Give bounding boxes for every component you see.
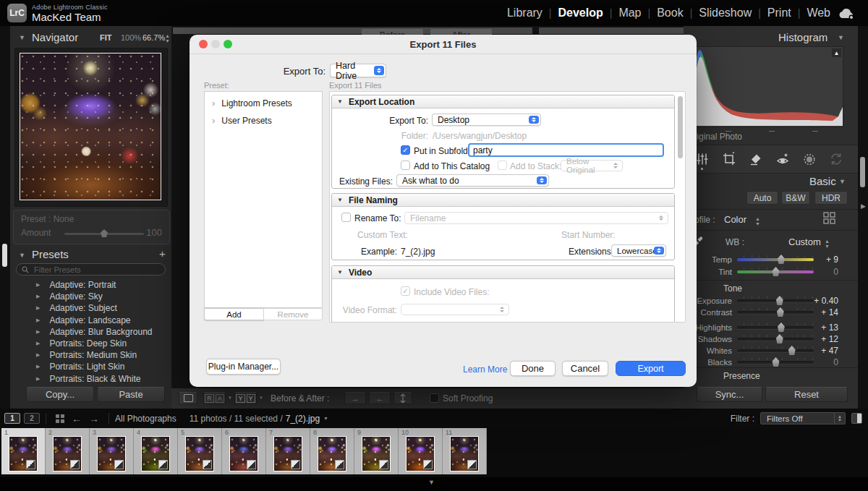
module-print[interactable]: Print bbox=[767, 7, 791, 20]
second-window-button[interactable]: 2 bbox=[24, 413, 40, 424]
rename-template-dropdown[interactable]: Filename bbox=[404, 212, 668, 224]
bw-button[interactable]: B&W bbox=[781, 191, 810, 205]
reset-button[interactable]: Reset bbox=[765, 387, 848, 402]
tree-item-lightroom-presets[interactable]: ›Lightroom Presets bbox=[205, 95, 322, 112]
collapse-triangle-icon[interactable]: ▼ bbox=[839, 178, 846, 185]
section-collapse-icon[interactable]: ▼ bbox=[337, 98, 343, 105]
panel-collapse-arrow-icon[interactable]: ▶ bbox=[861, 202, 866, 210]
nav-zoom-level[interactable]: 66.7% bbox=[142, 33, 165, 42]
remove-preset-button[interactable]: Remove bbox=[263, 308, 323, 320]
loupe-view-button[interactable] bbox=[179, 392, 197, 404]
expand-icon[interactable]: ▶ bbox=[36, 294, 40, 299]
preset-item[interactable]: ▶Adaptive: Subject bbox=[10, 302, 171, 314]
rename-to-checkbox[interactable] bbox=[341, 213, 351, 222]
learn-more-link[interactable]: Learn More bbox=[463, 364, 507, 375]
blacks-slider[interactable] bbox=[737, 361, 814, 364]
right-scroll-strip[interactable] bbox=[858, 26, 868, 409]
copy-before-to-after-button[interactable]: → bbox=[344, 392, 366, 404]
sync-button[interactable]: Sync... bbox=[697, 387, 762, 402]
done-button[interactable]: Done bbox=[510, 361, 556, 376]
filmstrip-menu-icon[interactable]: ▼ bbox=[323, 416, 328, 421]
navigator-preview[interactable] bbox=[14, 48, 168, 207]
preset-item[interactable]: ▶Adaptive: Blur Background bbox=[10, 326, 171, 338]
filmstrip-thumb-11[interactable]: 11 bbox=[443, 428, 487, 474]
dropdown-arrow-icon[interactable]: ▼ bbox=[259, 396, 263, 400]
masking-tool-icon[interactable] bbox=[802, 152, 817, 166]
paste-button[interactable]: Paste bbox=[97, 387, 165, 402]
expand-icon[interactable]: ▶ bbox=[36, 282, 40, 288]
nav-zoom-100[interactable]: 100% bbox=[121, 33, 141, 42]
amount-slider[interactable] bbox=[64, 233, 144, 235]
cloud-sync-icon[interactable] bbox=[836, 7, 858, 21]
preset-item[interactable]: ▶Adaptive: Sky bbox=[10, 291, 171, 302]
edit-tool-icon[interactable] bbox=[695, 152, 710, 166]
highlights-slider[interactable] bbox=[737, 326, 814, 329]
collapse-triangle-icon[interactable]: ▼ bbox=[19, 34, 25, 41]
filmstrip-thumb-8[interactable]: 8 bbox=[310, 428, 354, 474]
collapse-triangle-icon[interactable]: ▼ bbox=[19, 252, 25, 259]
filmstrip-thumb-3[interactable]: 3 bbox=[90, 428, 134, 474]
histogram-title[interactable]: Histogram bbox=[778, 31, 827, 43]
module-develop[interactable]: Develop bbox=[558, 7, 603, 20]
collapse-triangle-icon[interactable]: ▼ bbox=[838, 34, 844, 41]
shadows-slider[interactable] bbox=[737, 338, 814, 341]
plugin-manager-button[interactable]: Plug-in Manager... bbox=[206, 359, 281, 375]
whites-slider[interactable] bbox=[737, 349, 814, 352]
video-format-dropdown[interactable] bbox=[401, 304, 509, 315]
export-button[interactable]: Export bbox=[616, 361, 686, 376]
export-location-header[interactable]: ▼ Export Location bbox=[332, 95, 674, 108]
temp-slider[interactable] bbox=[737, 258, 814, 261]
preset-filter[interactable] bbox=[16, 263, 166, 276]
contrast-slider[interactable] bbox=[737, 311, 814, 314]
module-library[interactable]: Library bbox=[507, 7, 542, 20]
stack-position-dropdown[interactable]: Below Original bbox=[561, 160, 623, 171]
disclosure-icon[interactable]: › bbox=[212, 100, 215, 107]
filter-dropdown[interactable]: Filters Off ▲▼ bbox=[760, 412, 846, 424]
disclosure-icon[interactable]: › bbox=[212, 117, 215, 124]
expand-icon[interactable]: ▶ bbox=[36, 305, 40, 311]
histogram[interactable]: ▲ bbox=[687, 46, 843, 127]
copy-button[interactable]: Copy... bbox=[26, 387, 94, 402]
module-slideshow[interactable]: Slideshow bbox=[699, 7, 752, 20]
tint-slider[interactable] bbox=[737, 270, 814, 273]
current-filename[interactable]: 7_(2).jpg bbox=[286, 414, 320, 424]
navigator-title[interactable]: Navigator bbox=[32, 31, 78, 43]
left-scrollbar-thumb[interactable] bbox=[2, 244, 7, 267]
presets-title[interactable]: Presets bbox=[32, 248, 69, 260]
location-export-to-dropdown[interactable]: Desktop bbox=[432, 114, 541, 126]
filmstrip-thumb-9[interactable]: 9 bbox=[354, 428, 399, 474]
module-web[interactable]: Web bbox=[807, 7, 830, 20]
expand-icon[interactable]: ▶ bbox=[36, 317, 40, 323]
soft-proofing-checkbox[interactable] bbox=[430, 393, 439, 403]
basic-title[interactable]: Basic bbox=[809, 175, 836, 187]
subfolder-name-input[interactable] bbox=[468, 143, 664, 157]
dropdown-arrow-icon[interactable]: ▼ bbox=[228, 396, 232, 400]
add-to-catalog-checkbox[interactable] bbox=[401, 161, 410, 170]
crop-tool-icon[interactable] bbox=[722, 152, 736, 166]
module-map[interactable]: Map bbox=[618, 7, 641, 20]
expand-icon[interactable]: ▶ bbox=[36, 341, 40, 346]
include-video-checkbox[interactable]: ✓ bbox=[401, 286, 410, 296]
filmstrip-collapse-icon[interactable]: ▼ bbox=[428, 479, 435, 486]
swap-before-after-button[interactable] bbox=[393, 392, 412, 404]
wb-stepper-icon[interactable]: ▲▼ bbox=[825, 239, 830, 249]
preset-item[interactable]: ▶Adaptive: Landscape bbox=[10, 315, 171, 326]
existing-files-dropdown[interactable]: Ask what to do bbox=[396, 174, 549, 187]
expand-icon[interactable]: ▶ bbox=[36, 352, 40, 358]
preset-item[interactable]: ▶Portraits: Medium Skin bbox=[10, 349, 171, 361]
source-label[interactable]: All Photographs bbox=[115, 414, 176, 424]
add-preset-button[interactable]: Add bbox=[204, 308, 264, 320]
filmstrip-thumb-5[interactable]: 5 bbox=[178, 428, 222, 474]
grid-view-icon[interactable] bbox=[55, 414, 65, 424]
put-in-subfolder-checkbox[interactable]: ✓ bbox=[401, 145, 410, 155]
cancel-button[interactable]: Cancel bbox=[562, 361, 608, 376]
extensions-dropdown[interactable]: Lowercase bbox=[611, 244, 666, 257]
tree-item-user-presets[interactable]: ›User Presets bbox=[205, 112, 322, 129]
red-eye-tool-icon[interactable] bbox=[775, 152, 790, 166]
selection-counts[interactable]: 11 photos / 11 selected / bbox=[190, 414, 283, 424]
filter-toggle[interactable] bbox=[851, 413, 862, 424]
section-collapse-icon[interactable]: ▼ bbox=[337, 197, 343, 203]
filmstrip-thumb-4[interactable]: 4 bbox=[134, 428, 178, 474]
filmstrip-thumb-2[interactable]: 2 bbox=[46, 428, 90, 474]
section-collapse-icon[interactable]: ▼ bbox=[337, 269, 343, 276]
